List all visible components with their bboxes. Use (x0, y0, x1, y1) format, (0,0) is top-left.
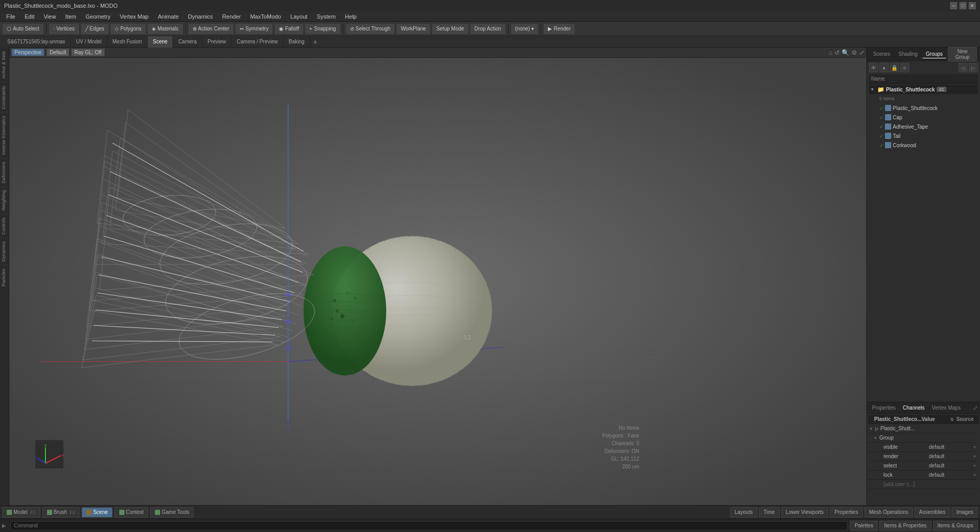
vp-refresh-icon[interactable]: ↺ (834, 49, 840, 56)
menu-item-item[interactable]: Item (61, 12, 80, 21)
ch-row-render[interactable]: render default ▾ (868, 452, 979, 461)
channels-ch-tab[interactable]: Channels (900, 404, 928, 412)
lower-viewports-tab[interactable]: Lower Viewports (781, 507, 829, 518)
tab-preview[interactable]: Preview (202, 36, 232, 48)
mesh-operations-tab[interactable]: Mesh Operations (864, 507, 913, 518)
new-group-btn[interactable]: New Group (948, 47, 977, 61)
add-tab-btn[interactable]: + (310, 38, 321, 46)
tab-s-671751565-lay-unma[interactable]: S&671751565:lay-unmax (2, 36, 71, 48)
tab-baking[interactable]: Baking (283, 36, 310, 48)
tab-mesh-fusion[interactable]: Mesh Fusion (107, 36, 148, 48)
tree-root-item[interactable]: ▾ 📁 Plastic_Shuttlecock 41 (869, 85, 978, 94)
none-dropdown-btn[interactable]: (none) ▾ (511, 23, 539, 35)
ch-row-visible[interactable]: visible default ▾ (868, 443, 979, 452)
edges-btn[interactable]: ╱ Edges (81, 23, 109, 35)
tree-prev-btn[interactable]: ◁ (958, 63, 968, 72)
raygl-tag[interactable]: Ray GL: Off (71, 49, 105, 56)
ch-row-group[interactable]: ▾ Group (868, 433, 979, 443)
scene-tab[interactable]: Scene (82, 507, 112, 518)
command-input[interactable] (10, 521, 848, 530)
minimize-btn[interactable]: ─ (950, 2, 957, 9)
vp-settings-icon[interactable]: ⚙ (851, 49, 857, 56)
brush-tab[interactable]: Brush F2 (42, 507, 80, 518)
menu-item-layout[interactable]: Layout (286, 12, 311, 21)
assemblies-tab[interactable]: Assemblies (914, 507, 950, 518)
eye-toggle-btn[interactable]: 👁 (869, 63, 878, 72)
shading-tab[interactable]: Shading (895, 50, 921, 58)
window-controls[interactable]: ─ □ ✕ (950, 2, 976, 9)
drop-action-btn[interactable]: Drop Action (470, 23, 506, 35)
viewport-area[interactable]: Perspective Default Ray GL: Off ⌂ ↺ 🔍 ⚙ … (9, 48, 866, 505)
images-tab[interactable]: Images (952, 507, 978, 518)
lock-btn[interactable]: 🔒 (890, 63, 899, 72)
vp-search-icon[interactable]: 🔍 (842, 49, 849, 56)
menu-item-view[interactable]: View (40, 12, 60, 21)
groups-tab[interactable]: Groups (923, 50, 946, 58)
menu-item-dynamics[interactable]: Dynamics (184, 12, 217, 21)
menu-item-render[interactable]: Render (218, 12, 245, 21)
render-toggle-btn[interactable]: ● (879, 63, 889, 72)
menu-item-help[interactable]: Help (341, 12, 361, 21)
tab-uv-model[interactable]: UV / Model (71, 36, 107, 48)
menu-item-geometry[interactable]: Geometry (82, 12, 115, 21)
time-tab[interactable]: Time (759, 507, 780, 518)
tree-item-plastic-shuttlecock[interactable]: ✓ Plastic_Shuttlecock (869, 103, 978, 113)
filter-btn[interactable]: ≡ (900, 63, 909, 72)
vertices-btn[interactable]: · Vertices (49, 23, 79, 35)
close-btn[interactable]: ✕ (969, 2, 976, 9)
context-tab[interactable]: Context (115, 507, 148, 518)
tree-item-cap[interactable]: ✓ Cap (869, 113, 978, 122)
tree-item-adhesive-tape[interactable]: ✓ Adhesive_Tape (869, 122, 978, 131)
left-tab-deformers[interactable]: Deformers (0, 158, 9, 186)
vertex-maps-ch-tab[interactable]: Vertex Maps (929, 404, 964, 412)
action-center-btn[interactable]: ⊕ Action Center (188, 23, 234, 35)
tree-item-corkwood[interactable]: ✓ Corkwood (869, 140, 978, 150)
left-tab-inverse-kinematics[interactable]: Inverse Kinematics (0, 112, 9, 158)
left-tab-weighting[interactable]: Weighting (0, 186, 9, 214)
render-btn[interactable]: ▶ Render (543, 23, 575, 35)
left-tab-dynamics[interactable]: Dynamics (0, 238, 9, 265)
workplane-btn[interactable]: WorkPlane (396, 23, 431, 35)
ch-dropdown-icon[interactable]: ▾ (973, 453, 976, 459)
vp-home-icon[interactable]: ⌂ (829, 49, 832, 56)
menu-item-system[interactable]: System (312, 12, 340, 21)
items-groups-tab[interactable]: Items & Groups (933, 521, 978, 531)
tab-camera[interactable]: Camera (173, 36, 202, 48)
tree-item-tail[interactable]: ✓ Tail (869, 131, 978, 140)
auto-select-btn[interactable]: ⬡ Auto Select (2, 23, 44, 35)
model-tab[interactable]: Model F1 (2, 507, 40, 518)
ch-dropdown-icon[interactable]: ▾ (973, 463, 976, 468)
polygons-btn[interactable]: ◇ Polygons (110, 23, 146, 35)
viewport-canvas[interactable]: 0.2 No Items Polygons : Face Channels: 0… (9, 58, 866, 505)
falloff-btn[interactable]: ◉ Falloff (274, 23, 304, 35)
materials-btn[interactable]: ◈ Materials (147, 23, 183, 35)
menu-item-animate[interactable]: Animate (154, 12, 183, 21)
maximize-btn[interactable]: □ (959, 2, 967, 9)
snapping-btn[interactable]: ⌖ Snapping (305, 23, 340, 35)
left-tab-active-&-sets[interactable]: Active & Sets (0, 48, 9, 82)
perspective-tag[interactable]: Perspective (11, 49, 44, 56)
layouts-tab[interactable]: Layouts (730, 507, 757, 518)
symmetry-btn[interactable]: ⇔ Symmetry (235, 23, 273, 35)
menu-item-vertex-map[interactable]: Vertex Map (116, 12, 153, 21)
palettes-tab[interactable]: Palettes (850, 521, 878, 531)
ch-row-add-user[interactable]: [add user c...] (868, 480, 979, 489)
properties-ch-tab[interactable]: Properties (869, 404, 899, 412)
ch-row-lock[interactable]: lock default ▾ (868, 471, 979, 480)
tree-next-btn[interactable]: ▷ (969, 63, 978, 72)
setup-mode-btn[interactable]: Setup Mode (432, 23, 469, 35)
scenes-tab[interactable]: Scenes (870, 50, 893, 58)
menu-item-edit[interactable]: Edit (21, 12, 39, 21)
tab-camera-preview[interactable]: Camera / Preview (232, 36, 283, 48)
channels-expand-icon[interactable]: ⤢ (973, 404, 978, 412)
vp-expand-icon[interactable]: ⤢ (859, 49, 864, 56)
ch-row-select[interactable]: select default ▾ (868, 461, 979, 471)
menu-item-maxtomodo[interactable]: MaxToModo (246, 12, 285, 21)
select-through-btn[interactable]: ⊘ Select Through (345, 23, 396, 35)
tab-scene[interactable]: Scene (148, 36, 173, 48)
menu-item-file[interactable]: File (2, 12, 20, 21)
game-tools-tab[interactable]: Game Tools (150, 507, 194, 518)
items-properties-tab[interactable]: Items & Properties (879, 521, 931, 531)
left-tab-constraints[interactable]: Constraints (0, 82, 9, 113)
properties-tab[interactable]: Properties (830, 507, 863, 518)
